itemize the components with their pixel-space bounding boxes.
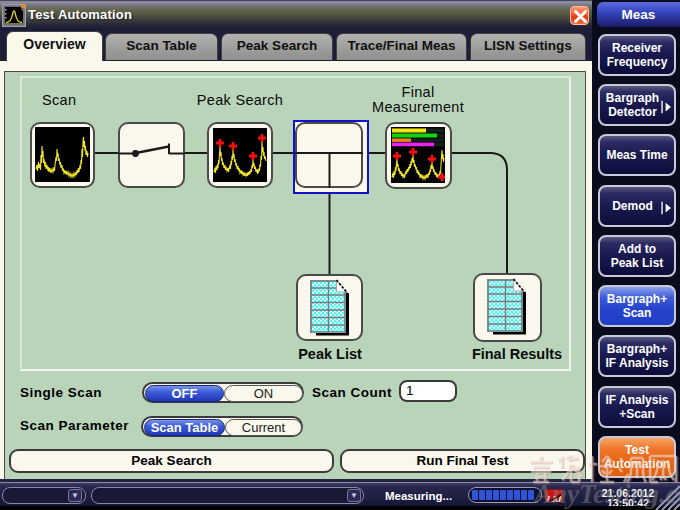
svg-text:AnyTesting.com: AnyTesting.com bbox=[532, 479, 680, 509]
